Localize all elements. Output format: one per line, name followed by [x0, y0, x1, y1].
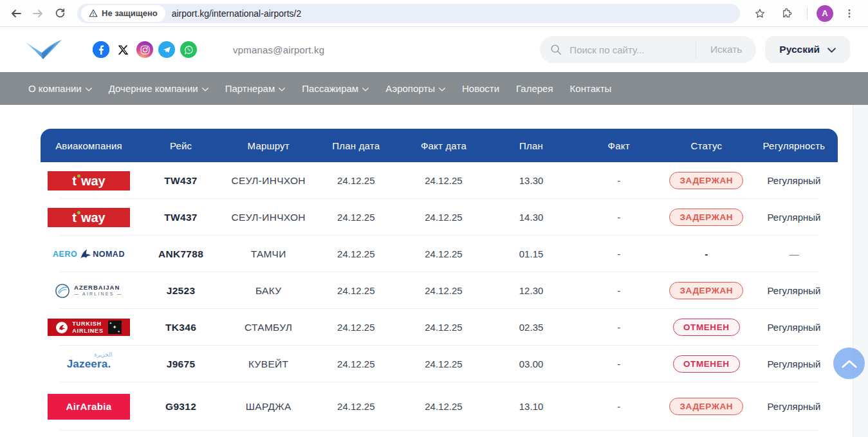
nav-menu: О компанииДочерние компанииПартнерамПасс…	[0, 72, 868, 105]
plan-date: 24.12.25	[312, 285, 400, 296]
scroll-to-top-button[interactable]	[833, 348, 865, 379]
column-header: Факт дата	[400, 140, 487, 151]
facebook-icon[interactable]	[93, 41, 109, 58]
x-twitter-icon[interactable]	[115, 41, 131, 58]
language-selector[interactable]: Русский	[765, 36, 850, 63]
plan-date: 24.12.25	[312, 212, 400, 223]
back-button[interactable]	[5, 3, 27, 24]
status-badge: -	[705, 248, 708, 259]
airline-cell: AZERBAIJAN— AIRLINES —	[41, 283, 137, 299]
airline-logo-turkish-airlines: TURKISHAIRLINES✦✦✦	[48, 319, 130, 336]
social-links	[93, 41, 197, 58]
forward-button[interactable]	[27, 3, 49, 24]
search-input[interactable]	[568, 44, 696, 56]
fact-date: 24.12.25	[400, 285, 487, 296]
avatar-letter: A	[822, 8, 827, 18]
nav-item-label: О компании	[28, 83, 82, 94]
flight-number: J2523	[137, 285, 225, 297]
not-secure-warning-icon	[89, 9, 98, 17]
tway-text: way	[81, 174, 106, 187]
regularity: —	[750, 248, 838, 259]
instagram-icon[interactable]	[136, 41, 153, 58]
column-header: Маршрут	[225, 140, 312, 151]
url-text[interactable]: airport.kg/international-airports/2	[172, 8, 302, 19]
nav-item-5[interactable]: Новости	[462, 83, 499, 94]
chevron-down-icon	[86, 88, 92, 91]
reload-button[interactable]	[49, 3, 71, 24]
site-header: vpmanas@airport.kg Искать Русский	[0, 27, 868, 72]
fact-date: 24.12.25	[400, 322, 487, 333]
nav-item-label: Пассажирам	[302, 83, 358, 94]
fact-date: 24.12.25	[400, 358, 487, 369]
browser-menu-button[interactable]	[838, 3, 860, 24]
regularity: Регулярный	[750, 212, 838, 223]
plan-time: 03.00	[488, 358, 575, 369]
security-chip-label: Не защищено	[102, 8, 158, 18]
fact-time: -	[575, 175, 663, 186]
search-icon	[550, 44, 562, 55]
flight-number: ANK7788	[137, 248, 225, 260]
nav-item-0[interactable]: О компании	[28, 83, 92, 94]
chevron-down-icon	[202, 88, 208, 91]
status-badge: ОТМЕНЕН	[673, 319, 740, 336]
plan-date: 24.12.25	[312, 248, 400, 259]
page-scrollbar[interactable]	[853, 105, 868, 437]
wing-emblem-icon	[55, 283, 70, 299]
fact-date: 24.12.25	[400, 212, 487, 223]
telegram-icon[interactable]	[158, 41, 175, 58]
status-badge: ЗАДЕРЖАН	[669, 282, 743, 299]
plan-time: 01.15	[488, 248, 575, 259]
route: ШАРДЖА	[225, 401, 312, 413]
flight-number: TW437	[137, 212, 225, 223]
nav-item-2[interactable]: Партнерам	[225, 83, 286, 94]
column-header: Авиакомпания	[41, 140, 137, 151]
status-badge: ЗАДЕРЖАН	[669, 209, 743, 226]
security-chip[interactable]: Не защищено	[81, 5, 165, 22]
fact-time: -	[575, 322, 663, 333]
bookmark-button[interactable]	[749, 3, 771, 24]
toolbar-divider	[807, 8, 808, 19]
airline-logo-tway: tway	[48, 171, 130, 191]
tway-text: way	[81, 211, 106, 224]
airline-logo-tway: tway	[48, 208, 130, 227]
flight-number: TK346	[137, 322, 225, 333]
nav-item-7[interactable]: Контакты	[570, 83, 612, 94]
airline-logo-azerbaijan-airlines: AZERBAIJAN— AIRLINES —	[55, 283, 123, 299]
chevron-down-icon	[362, 88, 369, 91]
nav-item-3[interactable]: Пассажирам	[302, 83, 369, 94]
manas-bird-logo-icon	[24, 38, 63, 61]
jazeera-arabic-text: الجزيرة	[94, 351, 112, 358]
airline-cell: الجزيرةJazeera.	[41, 358, 137, 371]
nav-item-label: Партнерам	[225, 83, 275, 94]
table-header-row: АвиакомпанияРейсМаршрутПлан датаФакт дат…	[41, 129, 838, 162]
contact-email[interactable]: vpmanas@airport.kg	[233, 44, 324, 55]
reload-icon	[55, 8, 66, 19]
address-bar[interactable]: Не защищено airport.kg/international-air…	[77, 4, 740, 23]
nav-item-1[interactable]: Дочерние компании	[109, 83, 208, 94]
route: СЕУЛ-ИНЧХОН	[225, 212, 312, 223]
column-header: План	[488, 140, 575, 151]
forward-arrow-icon	[32, 8, 44, 19]
plan-time: 14.30	[488, 212, 575, 223]
search-submit-button[interactable]: Искать	[696, 41, 756, 59]
regularity: Регулярный	[750, 322, 838, 333]
tway-text: t	[72, 211, 77, 224]
site-search: Искать	[540, 36, 756, 63]
airline-cell: TURKISHAIRLINES✦✦✦	[41, 319, 137, 336]
regularity: Регулярный	[750, 285, 838, 296]
site-logo[interactable]	[24, 38, 63, 61]
airline-logo-jazeera: الجزيرةJazeera.	[67, 358, 111, 371]
flights-table: АвиакомпанияРейсМаршрутПлан датаФакт дат…	[41, 129, 838, 431]
profile-avatar[interactable]: A	[817, 5, 833, 22]
air-arabia-text: AirArabia	[66, 401, 111, 412]
nav-item-4[interactable]: Аэропорты	[385, 83, 445, 94]
status-cell: ОТМЕНЕН	[663, 319, 750, 336]
fact-time: -	[575, 248, 663, 259]
extensions-button[interactable]	[776, 3, 798, 24]
puzzle-icon	[781, 8, 793, 19]
whatsapp-icon[interactable]	[180, 41, 197, 58]
fact-time: -	[575, 212, 663, 223]
jazeera-text: Jazeera.	[67, 358, 111, 371]
nav-item-6[interactable]: Галерея	[516, 83, 553, 94]
nav-item-label: Новости	[462, 83, 499, 94]
